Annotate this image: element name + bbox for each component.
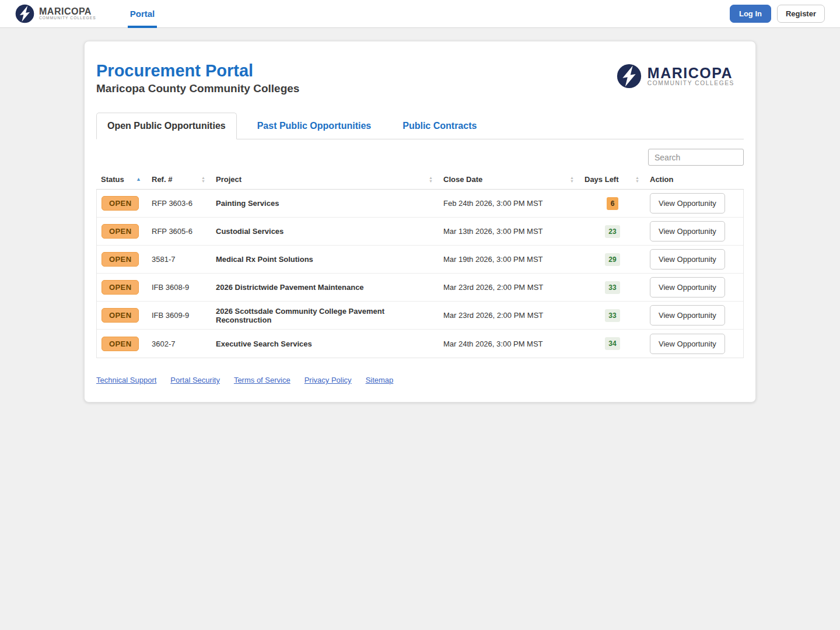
sort-arrows-icon: ▲▼ <box>429 176 433 183</box>
project-name: Executive Search Services <box>211 340 439 348</box>
brand-name: MARICOPA <box>39 7 96 16</box>
close-date: Feb 24th 2026, 3:00 PM MST <box>439 199 580 208</box>
status-badge: OPEN <box>102 308 139 323</box>
close-date: Mar 23rd 2026, 2:00 PM MST <box>439 311 580 320</box>
view-opportunity-button[interactable]: View Opportunity <box>650 334 725 354</box>
days-left-badge: 23 <box>605 225 620 238</box>
column-label: Action <box>650 175 673 184</box>
status-badge: OPEN <box>102 224 139 239</box>
maricopa-logo-icon <box>617 64 642 89</box>
view-opportunity-button[interactable]: View Opportunity <box>650 193 725 214</box>
page-subtitle: Maricopa County Community Colleges <box>96 82 299 95</box>
days-left-badge: 34 <box>605 337 620 350</box>
card-logo-tagline: COMMUNITY COLLEGES <box>648 80 734 87</box>
footer-link-sitemap[interactable]: Sitemap <box>366 376 394 384</box>
status-badge: OPEN <box>102 252 139 267</box>
login-button[interactable]: Log In <box>730 5 771 23</box>
footer-link-terms-of-service[interactable]: Terms of Service <box>234 376 290 384</box>
footer-link-technical-support[interactable]: Technical Support <box>96 376 156 384</box>
table-row: OPEN 3581-7 Medical Rx Point Solutions M… <box>97 246 743 274</box>
opportunities-table: Status ▲ Ref. # ▲▼ Project ▲▼ Close Date… <box>96 169 744 358</box>
view-opportunity-button[interactable]: View Opportunity <box>650 249 725 270</box>
sort-arrows-icon: ▲▼ <box>201 176 205 183</box>
sort-arrows-icon: ▲ <box>136 177 141 182</box>
tab-bar: Open Public OpportunitiesPast Public Opp… <box>96 113 744 139</box>
register-button[interactable]: Register <box>777 5 825 23</box>
ref-number: IFB 3609-9 <box>147 311 211 320</box>
project-name: Custodial Services <box>211 227 439 236</box>
column-label: Days Left <box>584 175 619 184</box>
close-date: Mar 13th 2026, 3:00 PM MST <box>439 227 580 236</box>
column-header-project[interactable]: Project ▲▼ <box>211 169 439 189</box>
close-date: Mar 24th 2026, 3:00 PM MST <box>439 340 580 348</box>
table-row: OPEN IFB 3608-9 2026 Districtwide Paveme… <box>97 274 743 302</box>
ref-number: 3581-7 <box>147 255 211 264</box>
navbar-brand[interactable]: MARICOPA COMMUNITY COLLEGES <box>15 4 96 23</box>
tab-past-public-opportunities[interactable]: Past Public Opportunities <box>246 113 383 139</box>
navbar-actions: Log In Register <box>730 5 825 23</box>
card-header: Procurement Portal Maricopa County Commu… <box>96 57 744 96</box>
column-label: Close Date <box>443 175 482 184</box>
ref-number: RFP 3605-6 <box>147 227 211 236</box>
navbar-links: Portal <box>124 0 161 28</box>
view-opportunity-button[interactable]: View Opportunity <box>650 277 725 298</box>
view-opportunity-button[interactable]: View Opportunity <box>650 305 725 326</box>
column-label: Ref. # <box>152 175 172 184</box>
close-date: Mar 23rd 2026, 2:00 PM MST <box>439 283 580 292</box>
column-header-days-left[interactable]: Days Left ▲▼ <box>580 169 645 189</box>
status-badge: OPEN <box>102 337 139 351</box>
view-opportunity-button[interactable]: View Opportunity <box>650 221 725 242</box>
search-input[interactable] <box>648 149 744 166</box>
ref-number: RFP 3603-6 <box>147 199 211 208</box>
footer-links: Technical SupportPortal SecurityTerms of… <box>96 376 744 387</box>
ref-number: 3602-7 <box>147 340 211 348</box>
tab-open-public-opportunities[interactable]: Open Public Opportunities <box>96 113 237 139</box>
days-left-badge: 29 <box>605 253 620 266</box>
table-row: OPEN 3602-7 Executive Search Services Ma… <box>97 330 743 358</box>
column-header-action[interactable]: Action <box>645 169 744 189</box>
days-left-badge: 33 <box>605 281 620 294</box>
footer-link-privacy-policy[interactable]: Privacy Policy <box>304 376 352 384</box>
column-label: Status <box>101 175 124 184</box>
project-name: Medical Rx Point Solutions <box>211 255 439 264</box>
sort-arrows-icon: ▲▼ <box>635 176 639 183</box>
column-header-ref[interactable]: Ref. # ▲▼ <box>147 169 211 189</box>
top-navbar: MARICOPA COMMUNITY COLLEGES Portal Log I… <box>0 0 840 28</box>
maricopa-logo-icon <box>15 4 34 23</box>
page-title: Procurement Portal <box>96 61 299 80</box>
footer-link-portal-security[interactable]: Portal Security <box>170 376 220 384</box>
brand-tagline: COMMUNITY COLLEGES <box>39 16 96 20</box>
days-left-badge: 6 <box>607 197 618 210</box>
table-body: OPEN RFP 3603-6 Painting Services Feb 24… <box>96 190 744 358</box>
tab-public-contracts[interactable]: Public Contracts <box>391 113 488 139</box>
table-row: OPEN RFP 3605-6 Custodial Services Mar 1… <box>97 218 743 246</box>
card-logo-name: MARICOPA <box>648 66 734 80</box>
project-name: 2026 Districtwide Pavement Maintenance <box>211 283 439 292</box>
days-left-badge: 33 <box>605 309 620 322</box>
ref-number: IFB 3608-9 <box>147 283 211 292</box>
table-row: OPEN IFB 3609-9 2026 Scottsdale Communit… <box>97 302 743 330</box>
search-row <box>96 149 744 166</box>
project-name: Painting Services <box>211 199 439 208</box>
status-badge: OPEN <box>102 196 139 211</box>
close-date: Mar 19th 2026, 3:00 PM MST <box>439 255 580 264</box>
nav-link-portal[interactable]: Portal <box>124 0 161 28</box>
sort-arrows-icon: ▲▼ <box>570 176 574 183</box>
project-name: 2026 Scottsdale Community College Paveme… <box>211 307 439 324</box>
table-row: OPEN RFP 3603-6 Painting Services Feb 24… <box>97 190 743 218</box>
column-header-close-date[interactable]: Close Date ▲▼ <box>439 169 580 189</box>
card-logo: MARICOPA COMMUNITY COLLEGES <box>617 64 734 89</box>
table-header-row: Status ▲ Ref. # ▲▼ Project ▲▼ Close Date… <box>96 169 744 190</box>
column-label: Project <box>216 175 242 184</box>
column-header-status[interactable]: Status ▲ <box>96 169 147 189</box>
procurement-portal-card: Procurement Portal Maricopa County Commu… <box>84 41 756 402</box>
status-badge: OPEN <box>102 280 139 295</box>
